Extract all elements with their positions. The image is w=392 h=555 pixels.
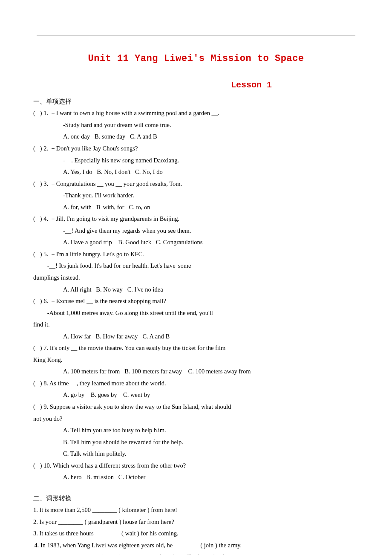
section-1-heading: 一、单项选择 [33, 96, 359, 108]
q1-line1: ( ) 1. －I want to own a big house with a… [33, 107, 359, 119]
q4-line1: ( ) 4. －Jill, I'm going to visit my gran… [33, 213, 359, 225]
fill-2: 2. Is your ________ ( grandparent ) hous… [33, 516, 359, 528]
fill-4: .4. In 1983, when Yang Liwei was eightee… [33, 540, 359, 552]
q5-line2: -__! It's junk food. It's bad for our he… [33, 260, 359, 272]
q6-options: A. How far B. How far away C. A and B [33, 331, 359, 343]
fill-3: 3. It takes us three hours ________ ( wa… [33, 528, 359, 540]
q3-line1: ( ) 3. －Congratulations __ you __ your g… [33, 178, 359, 190]
q5-l2b: s junk food. It's bad for our health. Le… [63, 262, 176, 269]
q9-option-c: C. Talk with him politely. [33, 448, 359, 460]
q9-option-a: A. Tell him you are too busy to help h.i… [33, 425, 359, 436]
q7-line1: ( ) 7. It's only __ the movie theatre. Y… [33, 342, 359, 354]
q9-a-2: im. [158, 427, 166, 434]
q5-options: A. All right B. No way C. I've no idea [33, 284, 359, 296]
q6-line3: find it. [33, 319, 359, 331]
q9-line1: ( ) 9. Suppose a visitor ask you to show… [33, 401, 359, 413]
page-number: - 1 - [349, 552, 359, 555]
q5-l2c: some [176, 262, 191, 269]
q6-line1: ( ) 6. －Excuse me! __ is the nearest sho… [33, 295, 359, 307]
q4-options: A. Have a good trip B. Good luck C. Cong… [33, 237, 359, 249]
q9-a-1: A. Tell him you are too busy to help h [63, 427, 157, 434]
page-container: Unit 11 Yang Liwei's Mission to Space Le… [0, 0, 392, 555]
q5-l2a: -__! It [33, 262, 63, 269]
fill-1: 1. It is more than 2,500 ________ ( kilo… [33, 504, 359, 516]
q2-line2: -__. Especially his new song named Daoxi… [33, 155, 359, 167]
section-2-heading: 二、词形转换 [33, 493, 359, 505]
q2-options: A. Yes, I do B. No, I don't C. No, I do [33, 166, 359, 178]
unit-title: Unit 11 Yang Liwei's Mission to Space [33, 50, 359, 68]
lesson-subtitle: Lesson 1 [144, 77, 359, 93]
section-1: 一、单项选择 ( ) 1. －I want to own a big house… [33, 96, 359, 483]
q6-line2: -About 1,000 metres away. Go along this … [33, 307, 359, 319]
q8-options: A. go by B. goes by C. went by [33, 389, 359, 401]
q4-line2: -__! And give them my regards when you s… [33, 225, 359, 237]
page-footer: 用心 爱心 专心 - 1 - [0, 552, 392, 555]
fill-4-text: 4. In 1983, when Yang Liwei was eighteen… [35, 542, 242, 549]
q5-line3: dumplings instead. [33, 272, 359, 284]
q3-opt-a: A. for, with B [63, 204, 101, 211]
top-rule [37, 35, 355, 35]
q9-option-b: B. Tell him you should be rewarded for t… [33, 436, 359, 448]
q9-line2: not you do? [33, 413, 359, 425]
q10-line1: ( ) 10. Which word has a different stres… [33, 460, 359, 472]
q8-line1: ( ) 8. As time __, they learned more abo… [33, 378, 359, 390]
q1-line2: -Study hard and your dream will come tru… [33, 119, 359, 131]
q7-options: A. 100 meters far from B. 100 meters far… [33, 366, 359, 378]
q5-line1: ( ) 5. －I'm a little hungry. Let's go to… [33, 249, 359, 260]
q10-options: A. hero B. mi.ssion C. October [33, 471, 359, 483]
footer-motto: 用心 爱心 专心 [0, 552, 392, 555]
q2-line1: ( ) 2. －Don't you like Jay Chou's songs? [33, 143, 359, 155]
q10-opt-a: A. hero B. mi [63, 474, 100, 480]
q10-opt-b: ssion C. October [101, 474, 145, 480]
section-2: 二、词形转换 1. It is more than 2,500 ________… [33, 493, 359, 555]
q3-options: A. for, with B. with, for C. to, on [33, 202, 359, 214]
q7-line2: King Kong. [33, 354, 359, 366]
q3-opt-b: with, for C. to, on [101, 204, 150, 211]
q3-line2: -Thank you. I'll work harder. [33, 190, 359, 202]
q1-options: A. one day B. some day C. A and B [33, 131, 359, 143]
